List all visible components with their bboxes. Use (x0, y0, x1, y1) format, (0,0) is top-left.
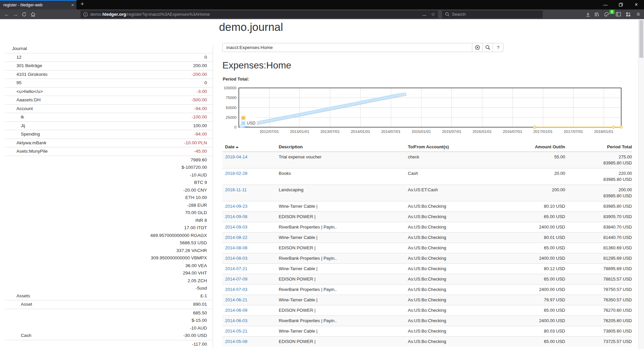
tab-close-icon[interactable]: × (71, 2, 74, 8)
reload-icon[interactable] (20, 10, 28, 18)
transaction-amount: 2400.00 USD (513, 253, 568, 264)
account-balances: 100.00 (193, 122, 213, 130)
transaction-date-link[interactable]: 2014-06-03 (225, 318, 248, 323)
window-restore-icon[interactable] (613, 0, 629, 9)
svg-text:25000: 25000 (226, 115, 236, 119)
sidebar-account-link[interactable]: Cash (5, 332, 32, 340)
transaction-date-link[interactable]: 2018-04-14 (225, 154, 248, 159)
sidebar-account-link[interactable]: lk (5, 113, 24, 121)
transaction-date-link[interactable]: 2014-08-22 (225, 235, 248, 240)
scrollbar-thumb[interactable] (639, 20, 643, 58)
browser-tab[interactable]: register - hledger-web × (0, 0, 76, 9)
transaction-date-link[interactable]: 2014-09-23 (225, 204, 248, 209)
browser-search-field[interactable]: Search (442, 10, 543, 18)
register-row: 2014-08-08EDISON POWER |As:US:Bo:Checkin… (222, 243, 632, 253)
sidebar-account-link[interactable]: 4101 Girokonto (5, 71, 47, 79)
account-balance: -3.00 (197, 88, 207, 96)
account-balances: 0 (204, 54, 213, 61)
transaction-accounts: As:US:Bo:Checking (405, 305, 513, 316)
sidebar-account-link[interactable]: <u>hello</u> (5, 88, 43, 96)
column-header-amount[interactable]: Amount Out/In (513, 142, 568, 152)
transaction-description: EDISON POWER | (276, 243, 405, 253)
column-header-description[interactable]: Description (276, 142, 405, 152)
account-balances: -100.00 (192, 113, 213, 121)
back-icon[interactable]: ← (3, 10, 11, 18)
transaction-date-link[interactable]: 2014-07-09 (225, 277, 248, 282)
sidebar-row: -117.00 (5, 340, 213, 349)
account-balance: -200.00 (192, 71, 207, 79)
clear-query-button[interactable] (472, 43, 483, 52)
query-form: ? (222, 43, 503, 52)
account-balance: -94.00 (194, 105, 207, 113)
sidebar-journal-heading[interactable]: Journal (5, 45, 27, 53)
sidebar-account-link[interactable]: Account (5, 105, 33, 113)
sidebar-toggle-icon[interactable] (614, 10, 623, 18)
transaction-date-link[interactable]: 2014-07-21 (225, 266, 248, 271)
transaction-description: Wine-Tarner Cable | (276, 326, 405, 337)
sidebar-row: 301 Beiträge200.00 (5, 61, 213, 70)
sidebar-row: lk-100.00 (5, 113, 213, 121)
transaction-date-link[interactable]: 2014-06-21 (225, 297, 248, 302)
search-submit-button[interactable] (482, 43, 493, 52)
transaction-date-link[interactable]: 2014-05-08 (225, 339, 248, 344)
transaction-date-link[interactable]: 2014-08-03 (225, 256, 248, 261)
page-actions-icon[interactable]: … (422, 12, 427, 17)
register-row: 2014-07-09EDISON POWER |As:US:Bo:Checkin… (222, 274, 632, 285)
column-header-period-total[interactable]: Period Total (568, 142, 632, 152)
account-balances (207, 45, 213, 53)
sidebar-account-link[interactable]: 301 Beiträge (5, 62, 42, 70)
transaction-date-link[interactable]: 2018-02-28 (225, 171, 248, 176)
column-header-date[interactable]: Date (222, 142, 276, 152)
transaction-description: EDISON POWER | (276, 337, 405, 347)
transaction-amount: 2400.00 USD (513, 285, 568, 295)
transaction-date-link[interactable]: 2016-11-11 (225, 187, 247, 192)
transaction-date-link[interactable]: 2014-09-08 (225, 214, 248, 219)
window-close-button[interactable]: × (629, 0, 644, 9)
forward-icon[interactable]: → (11, 10, 19, 18)
sidebar-account-link[interactable]: Spending (5, 131, 40, 138)
account-balance: 17.00 ITOT (150, 224, 207, 232)
transaction-amount: 65.00 USD (513, 274, 568, 285)
column-header-accounts[interactable]: To/From Account(s) (405, 142, 513, 152)
sidebar-account-link[interactable]: Assets (5, 292, 30, 300)
window-minimize-button[interactable]: — (598, 0, 613, 9)
transaction-date-link[interactable]: 2014-07-03 (225, 287, 248, 292)
transaction-date-link[interactable]: 2014-05-21 (225, 329, 248, 334)
sidebar-account-link[interactable]: Aktywa:mBank (5, 139, 46, 147)
register-row: 2014-06-21Wine-Tarner Cable |As:US:Bo:Ch… (222, 295, 632, 305)
url-host-prefix: demo. (90, 12, 102, 17)
sidebar-account-link[interactable]: Jij (5, 122, 25, 130)
page-scrollbar[interactable] (638, 19, 644, 349)
sidebar-row: Assets7989.60$-100720.00-10 AUDBTC 9-20.… (5, 156, 213, 300)
account-balance: -30.00 USD (183, 332, 207, 340)
account-balances: -10.00 PLN (184, 139, 213, 147)
menu-icon[interactable]: ≡ (634, 10, 643, 18)
transaction-period-total: 76350.57 USD (568, 295, 632, 305)
site-info-icon[interactable] (83, 12, 88, 17)
url-bar[interactable]: demo.hledger.org/register?q=inacct%3AExp… (80, 10, 438, 18)
transaction-amount: 20.00 (513, 168, 568, 185)
page-title: demo.journal (219, 21, 283, 34)
bookmark-star-icon[interactable]: ☆ (431, 11, 435, 17)
library-icon[interactable] (592, 10, 601, 18)
search-help-button[interactable]: ? (493, 43, 503, 52)
account-balance: -10.00 PLN (184, 139, 207, 147)
sidebar-account-link[interactable]: Aaasets:DH (5, 96, 41, 104)
sidebar-account-link[interactable]: 12 (5, 54, 21, 61)
transaction-description: RiverBank Properties | Payin.. (276, 222, 405, 233)
query-input[interactable] (222, 43, 472, 52)
account-balances: -94.00 (194, 131, 213, 138)
download-icon[interactable] (584, 10, 592, 18)
sidebar-account-link[interactable]: 95 (5, 79, 21, 87)
apps-grid-icon[interactable] (624, 10, 633, 18)
account-balances: -45.00 (194, 148, 213, 155)
new-tab-button[interactable]: + (80, 1, 84, 8)
home-icon[interactable] (29, 10, 37, 18)
transaction-date-link[interactable]: 2014-09-03 (225, 225, 248, 230)
transaction-date-link[interactable]: 2014-08-08 (225, 245, 248, 250)
transaction-period-total: 73725.57 USD (568, 337, 632, 347)
sidebar-account-link[interactable]: Asets:MunyPile (5, 148, 48, 155)
transaction-date-link[interactable]: 2014-06-09 (225, 308, 248, 313)
sidebar-account-link[interactable]: Asset (5, 301, 32, 308)
clear-circle-icon (475, 45, 480, 50)
